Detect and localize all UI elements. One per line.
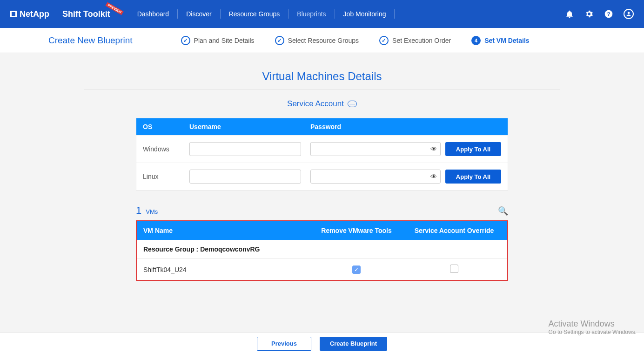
col-vm-name: VM Name [143,227,305,234]
apply-all-linux-button[interactable]: Apply To All [445,170,501,184]
linux-password-input[interactable] [310,170,441,184]
vm-count-number: 1 [136,204,141,216]
check-icon [379,36,389,45]
apply-all-windows-button[interactable]: Apply To All [445,142,501,156]
divider [84,89,560,90]
col-os: OS [143,123,189,130]
service-override-checkbox[interactable] [450,265,458,273]
collapse-icon[interactable]: — [348,101,357,107]
section-title-text: Service Account [287,99,344,109]
check-icon [275,36,284,45]
step-number-icon: 4 [471,36,481,45]
wizard-step-bar: Create New Blueprint Plan and Site Detai… [0,28,644,53]
col-username: Username [189,123,310,130]
user-icon[interactable] [624,9,634,19]
service-account-row-linux: Linux 👁 Apply To All [136,163,508,190]
nav-resource-groups[interactable]: Resource Groups [221,9,289,19]
col-password: Password [310,123,501,130]
help-icon[interactable]: ? [604,9,613,19]
service-account-panel: OS Username Password Windows 👁 Apply To … [136,118,508,191]
vm-table-header: VM Name Remove VMware Tools Service Acco… [137,221,507,240]
nav-job-monitoring[interactable]: Job Monitoring [335,9,395,19]
col-service-override: Service Account Override [408,227,501,234]
step-resource-groups[interactable]: Select Resource Groups [275,36,359,45]
step-label: Plan and Site Details [194,37,255,44]
vm-row: ShiftTk04_U24 ✓ [137,259,507,280]
vm-count-label: VMs [146,208,158,215]
search-icon[interactable]: 🔍 [498,206,508,216]
service-account-header: OS Username Password [136,118,508,135]
step-label: Set Execution Order [392,37,451,44]
check-icon [181,36,190,45]
svg-point-2 [628,12,630,14]
top-nav: NetApp Shift Toolkit PREVIEW Dashboard D… [0,0,644,28]
eye-icon[interactable]: 👁 [430,173,437,180]
step-plan-site[interactable]: Plan and Site Details [181,36,255,45]
nav-blueprints[interactable]: Blueprints [288,9,335,19]
nav-links: Dashboard Discover Resource Groups Bluep… [129,9,395,19]
nav-dashboard[interactable]: Dashboard [129,9,178,19]
vm-table: VM Name Remove VMware Tools Service Acco… [136,220,508,281]
step-label: Set VM Details [484,37,529,44]
windows-username-input[interactable] [189,142,301,156]
service-account-row-windows: Windows 👁 Apply To All [136,135,508,163]
vm-count: 1 VMs [136,204,158,217]
col-remove-tools: Remove VMware Tools [305,227,408,234]
header-right-icons: ? [565,9,634,19]
resource-group-row: Resource Group : DemoqcowconvRG [137,240,507,259]
section-title: Service Account — [0,99,644,109]
os-label: Windows [143,145,189,153]
windows-password-input[interactable] [310,142,441,156]
wizard-title: Create New Blueprint [48,35,133,46]
main-content: Virtual Machines Details Service Account… [0,53,644,318]
step-execution-order[interactable]: Set Execution Order [379,36,451,45]
page-title: Virtual Machines Details [0,70,644,83]
nav-discover[interactable]: Discover [178,9,220,19]
step-vm-details[interactable]: 4 Set VM Details [471,36,529,45]
brand-text: NetApp [20,9,49,19]
svg-text:?: ? [607,11,610,17]
vm-name-cell: ShiftTk04_U24 [143,266,305,273]
remove-tools-checkbox[interactable]: ✓ [352,266,361,274]
brand-logo: NetApp [10,9,49,19]
linux-username-input[interactable] [189,170,301,184]
eye-icon[interactable]: 👁 [430,145,437,153]
os-label: Linux [143,173,189,180]
logo-icon [10,11,17,17]
app-name-text: Shift Toolkit [62,9,110,19]
app-name: Shift Toolkit PREVIEW [62,9,110,19]
bell-icon[interactable] [565,9,574,19]
gear-icon[interactable] [584,9,594,19]
step-label: Select Resource Groups [288,37,359,44]
vm-list-header: 1 VMs 🔍 [136,204,508,217]
